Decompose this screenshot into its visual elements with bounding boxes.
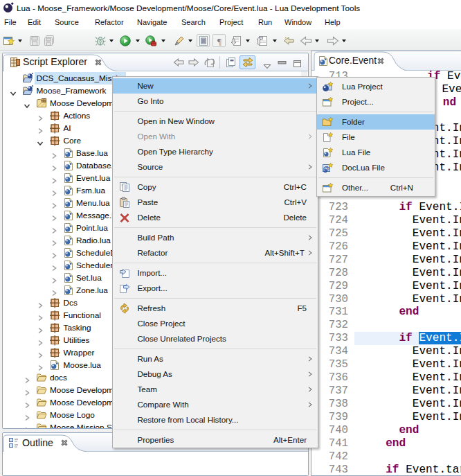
svg-text:¶: ¶: [217, 36, 222, 46]
